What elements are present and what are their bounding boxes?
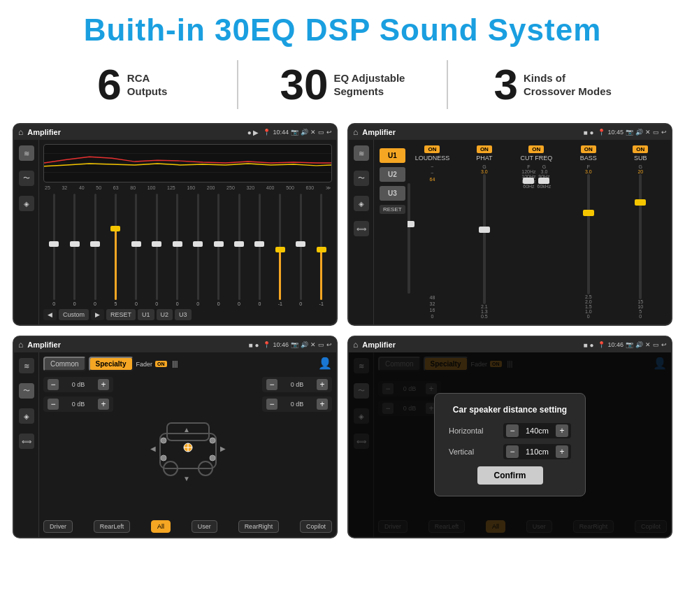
channel-phat: ON PHAT G 3.0 2.1 1.3 0.5: [459, 145, 509, 319]
cross-speaker-icon[interactable]: ◈: [354, 196, 369, 211]
vol-minus-4[interactable]: −: [266, 399, 277, 410]
vol-label-4: 0 dB: [280, 401, 314, 408]
horizontal-minus[interactable]: −: [506, 424, 519, 437]
loudness-on: ON: [424, 145, 440, 153]
eq-slider-4[interactable]: 0: [127, 194, 145, 306]
horizontal-plus[interactable]: +: [556, 424, 568, 437]
speaker-icon[interactable]: ◈: [19, 196, 34, 211]
cross-reset-button[interactable]: RESET: [380, 205, 405, 214]
vol-plus-4[interactable]: +: [317, 399, 328, 410]
eq-slider-8[interactable]: 0: [209, 194, 227, 306]
wave-icon[interactable]: 〜: [19, 171, 34, 186]
eq-slider-0[interactable]: 0: [45, 194, 63, 306]
eq-slider-3[interactable]: 5: [106, 194, 124, 306]
x-icon-4: ✕: [645, 341, 651, 348]
play-button[interactable]: ▶: [91, 309, 104, 320]
location-icon-3: 📍: [263, 341, 271, 348]
eq-slider-13[interactable]: -1: [312, 194, 330, 306]
fader-arrow-icon[interactable]: ⟺: [19, 434, 34, 449]
stat-divider-1: [237, 60, 238, 109]
tab-common[interactable]: Common: [43, 357, 86, 371]
prev-button[interactable]: ◀: [43, 309, 57, 320]
svg-text:▶: ▶: [220, 445, 226, 452]
copilot-button[interactable]: Copilot: [300, 520, 332, 533]
back-icon[interactable]: ↩: [326, 129, 332, 136]
stat-crossover-number: 3: [494, 63, 518, 106]
eq-slider-1[interactable]: 0: [65, 194, 83, 306]
fader-wave-icon[interactable]: 〜: [19, 383, 34, 399]
status-icons-4: 📍 10:46 📷 🔊 ✕ ▭ ↩: [598, 341, 667, 348]
fader-tabs: Common Specialty Fader ON ||| 👤: [43, 357, 332, 371]
fader-eq-icon[interactable]: ≋: [19, 358, 34, 373]
eq-slider-11[interactable]: -1: [271, 194, 289, 306]
vol-plus-2[interactable]: +: [98, 399, 109, 410]
horizontal-label: Horizontal: [449, 427, 498, 435]
eq-slider-9[interactable]: 0: [230, 194, 248, 306]
back-icon-3[interactable]: ↩: [326, 341, 332, 348]
volume-icon-2: 🔊: [635, 129, 643, 136]
user-button[interactable]: User: [192, 520, 217, 533]
cross-eq-icon[interactable]: ≋: [354, 145, 369, 161]
u3-cross-button[interactable]: U3: [380, 186, 405, 201]
fader-slider-mini[interactable]: |||: [173, 360, 178, 368]
loudness-slider[interactable]: [408, 183, 410, 294]
x-icon-3: ✕: [310, 341, 316, 348]
back-icon-4[interactable]: ↩: [661, 341, 667, 348]
bass-slider-f[interactable]: [587, 174, 590, 294]
custom-button[interactable]: Custom: [59, 309, 89, 320]
vol-row-4: − 0 dB +: [262, 396, 332, 412]
sub-slider[interactable]: [639, 174, 642, 299]
vol-plus-3[interactable]: +: [317, 379, 328, 390]
rearright-button[interactable]: RearRight: [238, 520, 280, 533]
fader-on-badge: ON: [155, 361, 167, 367]
confirm-button[interactable]: Confirm: [477, 466, 543, 485]
home-icon-2[interactable]: ⌂: [353, 127, 358, 137]
stat-rca-label: RCA Outputs: [127, 71, 168, 99]
vol-label-1: 0 dB: [62, 381, 95, 388]
screen3-title: Amplifier: [27, 341, 244, 349]
vol-plus-1[interactable]: +: [98, 379, 109, 390]
eq-slider-2[interactable]: 0: [86, 194, 104, 306]
eq-slider-5[interactable]: 0: [147, 194, 166, 306]
vertical-label: Vertical: [449, 447, 498, 456]
home-icon-3[interactable]: ⌂: [18, 340, 23, 350]
vol-minus-2[interactable]: −: [48, 399, 59, 410]
fader-speaker-icon[interactable]: ◈: [19, 408, 34, 424]
rearleft-button[interactable]: RearLeft: [94, 520, 131, 533]
tab-specialty[interactable]: Specialty: [89, 357, 134, 371]
vol-minus-3[interactable]: −: [266, 379, 277, 390]
all-button[interactable]: All: [151, 520, 171, 533]
vertical-minus[interactable]: −: [506, 445, 519, 458]
vol-minus-1[interactable]: −: [48, 379, 59, 390]
reset-button[interactable]: RESET: [106, 309, 136, 320]
vertical-plus[interactable]: +: [556, 445, 568, 458]
page-title: Buith-in 30EQ DSP Sound System: [14, 13, 671, 48]
home-icon[interactable]: ⌂: [18, 127, 23, 137]
cross-wave-icon[interactable]: 〜: [354, 171, 369, 186]
stat-rca-number: 6: [97, 63, 121, 106]
home-icon-4[interactable]: ⌂: [353, 340, 358, 350]
camera-icon-4: 📷: [626, 341, 633, 348]
u2-cross-button[interactable]: U2: [380, 167, 405, 182]
driver-button[interactable]: Driver: [43, 520, 73, 533]
channel-bass: ON BASS F 3.0 2.5 2.0 1.5 1: [563, 145, 613, 319]
eq-slider-7[interactable]: 0: [189, 194, 207, 306]
eq-freq-labels: 25 32 40 50 63 80 100 125 160 200 250 32…: [43, 185, 332, 191]
phat-slider[interactable]: [483, 174, 486, 304]
distance-content: ≋ 〜 ◈ ⟺ Common Specialty Fader ON ||| 👤: [349, 352, 671, 537]
eq-slider-10[interactable]: 0: [250, 194, 268, 306]
u2-button[interactable]: U2: [157, 309, 173, 320]
eq-slider-12[interactable]: 0: [291, 194, 310, 306]
eq-slider-6[interactable]: 0: [168, 194, 187, 306]
svg-text:▲: ▲: [183, 426, 190, 434]
stat-eq-label: EQ Adjustable Segments: [334, 71, 405, 99]
svg-point-7: [161, 438, 166, 443]
cross-arrow-icon[interactable]: ⟺: [354, 221, 369, 236]
eq-icon[interactable]: ≋: [19, 145, 34, 161]
u1-cross-button[interactable]: U1: [380, 148, 405, 163]
u1-button[interactable]: U1: [138, 309, 154, 320]
window-icon-3: ▭: [318, 341, 324, 348]
back-icon-2[interactable]: ↩: [661, 129, 667, 136]
sub-label: SUB: [634, 155, 647, 162]
u3-button[interactable]: U3: [175, 309, 192, 320]
